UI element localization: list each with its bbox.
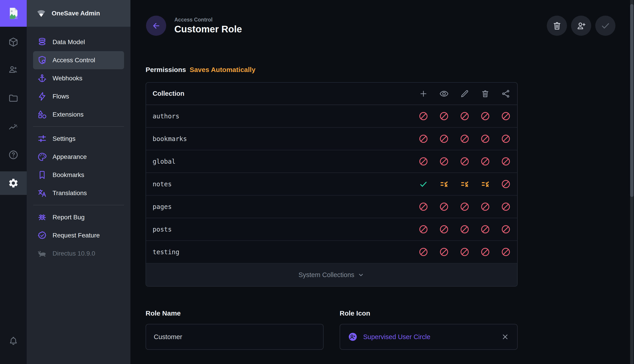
sidebar-item-appearance[interactable]: Appearance — [33, 148, 124, 166]
none-permission-icon[interactable] — [460, 247, 470, 257]
plus-icon[interactable] — [419, 89, 428, 98]
sidebar-item-settings[interactable]: Settings — [33, 130, 124, 148]
module-insights-button[interactable] — [0, 115, 27, 139]
sidebar-item-webhooks[interactable]: Webhooks — [33, 69, 124, 88]
delete-role-button[interactable] — [547, 16, 567, 36]
role-icon-input[interactable]: Supervised User Circle — [340, 324, 518, 350]
none-permission-icon[interactable] — [480, 111, 490, 121]
bug-icon — [37, 212, 47, 222]
person-add-icon — [576, 20, 586, 31]
module-settings-button[interactable] — [0, 171, 27, 195]
action-column-headers — [419, 89, 517, 98]
sidebar-item-data-model[interactable]: Data Model — [33, 33, 124, 51]
project-logo[interactable] — [0, 0, 27, 27]
custom-permission-icon[interactable] — [480, 179, 490, 189]
none-permission-icon[interactable] — [460, 134, 470, 144]
none-permission-icon[interactable] — [439, 134, 449, 144]
none-permission-icon[interactable] — [460, 157, 470, 166]
share-icon[interactable] — [501, 89, 510, 98]
table-row: posts — [146, 218, 517, 241]
close-icon[interactable] — [501, 332, 510, 341]
anchor-icon — [37, 73, 47, 83]
module-docs-button[interactable] — [0, 143, 27, 166]
none-permission-icon[interactable] — [460, 202, 470, 212]
sidebar-item-flows[interactable]: Flows — [33, 88, 124, 106]
arrow-left-icon — [152, 21, 161, 30]
pencil-icon[interactable] — [460, 89, 470, 98]
none-permission-icon[interactable] — [460, 224, 470, 234]
none-permission-icon[interactable] — [480, 247, 490, 257]
notifications-button[interactable] — [0, 329, 27, 353]
role-icon-value: Supervised User Circle — [363, 333, 430, 341]
table-row: testing — [146, 241, 517, 264]
role-name-input[interactable]: Customer — [146, 324, 324, 350]
none-permission-icon[interactable] — [501, 247, 510, 257]
none-permission-icon[interactable] — [439, 202, 449, 212]
full-permission-icon[interactable] — [419, 179, 428, 189]
save-button[interactable] — [595, 16, 616, 36]
sidebar-item-version: Directus 10.9.0 — [33, 244, 124, 262]
sidebar-item-report-bug[interactable]: Report Bug — [33, 208, 124, 226]
module-users-button[interactable] — [0, 58, 27, 81]
page-title: Customer Role — [174, 24, 242, 34]
none-permission-icon[interactable] — [439, 247, 449, 257]
none-permission-icon[interactable] — [480, 202, 490, 212]
custom-permission-icon[interactable] — [439, 179, 449, 189]
custom-permission-icon[interactable] — [460, 179, 470, 189]
shield-lock-icon — [37, 55, 47, 65]
module-content-button[interactable] — [0, 30, 27, 54]
sidebar-item-translations[interactable]: Translations — [33, 184, 124, 202]
none-permission-icon[interactable] — [480, 134, 490, 144]
system-collections-toggle[interactable]: System Collections — [146, 264, 517, 286]
none-permission-icon[interactable] — [501, 134, 510, 144]
none-permission-icon[interactable] — [419, 134, 428, 144]
none-permission-icon[interactable] — [480, 157, 490, 166]
permissions-table: Collection — [146, 82, 518, 286]
none-permission-icon[interactable] — [419, 111, 428, 121]
insights-icon — [8, 122, 18, 132]
table-row: pages — [146, 196, 517, 218]
sidebar-item-extensions[interactable]: Extensions — [33, 106, 124, 124]
translate-icon — [37, 188, 47, 198]
eye-icon[interactable] — [439, 89, 449, 98]
collection-column-header: Collection — [146, 90, 419, 97]
module-bar — [0, 0, 27, 364]
none-permission-icon[interactable] — [419, 247, 428, 257]
invite-users-button[interactable] — [571, 16, 591, 36]
none-permission-icon[interactable] — [439, 224, 449, 234]
none-permission-icon[interactable] — [439, 157, 449, 166]
trash-icon[interactable] — [480, 89, 490, 98]
none-permission-icon[interactable] — [419, 157, 428, 166]
none-permission-icon[interactable] — [501, 224, 510, 234]
role-name-label: Role Name — [146, 310, 324, 317]
sidebar: OneSave Admin Data Model A — [27, 0, 130, 364]
none-permission-icon[interactable] — [501, 111, 510, 121]
none-permission-icon[interactable] — [480, 224, 490, 234]
back-button[interactable] — [146, 16, 166, 36]
none-permission-icon[interactable] — [501, 202, 510, 212]
bookmark-icon — [37, 170, 47, 180]
supervised-user-circle-icon — [348, 332, 358, 342]
collection-name: bookmarks — [146, 135, 419, 142]
version-label: Directus 10.9.0 — [52, 250, 95, 257]
none-permission-icon[interactable] — [439, 111, 449, 121]
sidebar-item-request-feature[interactable]: Request Feature — [33, 226, 124, 244]
module-files-button[interactable] — [0, 86, 27, 110]
shapes-icon — [37, 110, 47, 120]
none-permission-icon[interactable] — [419, 224, 428, 234]
rabbit-icon — [37, 248, 47, 258]
none-permission-icon[interactable] — [501, 179, 510, 189]
sidebar-item-bookmarks[interactable]: Bookmarks — [33, 166, 124, 184]
scrollbar-thumb[interactable] — [630, 4, 634, 197]
header-actions — [547, 16, 616, 36]
none-permission-icon[interactable] — [460, 111, 470, 121]
main-content: Access Control Customer Role — [130, 0, 634, 364]
none-permission-icon[interactable] — [501, 157, 510, 166]
box-icon — [8, 37, 18, 47]
sidebar-item-access-control[interactable]: Access Control — [33, 51, 124, 69]
collection-name: pages — [146, 203, 419, 210]
project-header[interactable]: OneSave Admin — [27, 0, 130, 27]
none-permission-icon[interactable] — [419, 202, 428, 212]
autosave-note: Saves Automatically — [190, 66, 256, 73]
bell-icon — [8, 336, 18, 346]
